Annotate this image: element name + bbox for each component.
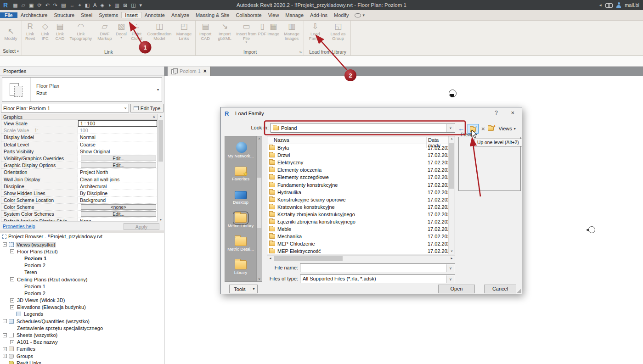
ribbon-button-insert-from-file[interactable]: ▭Insert from File▾ — [235, 22, 257, 44]
search-help-icon[interactable] — [605, 3, 613, 7]
collapse-icon[interactable]: − — [10, 249, 14, 253]
look-in-combo[interactable]: Poland ∨ — [271, 123, 455, 133]
tree-item-views-wszystko[interactable]: −Views (wszystko) — [0, 241, 164, 248]
scroll-down-icon[interactable]: ▾ — [158, 218, 164, 222]
tree-item-poziom-2[interactable]: Poziom 2 — [0, 290, 164, 297]
modify-button[interactable]: ↖ Modify — [0, 21, 22, 47]
chevron-down-icon[interactable]: ∨ — [446, 264, 454, 272]
tree-item-elevations-elewacja-budynku[interactable]: +Elevations (Elewacja budynku) — [0, 304, 164, 311]
folder-row-mechanika[interactable]: Mechanika17.02.2020 — [267, 233, 448, 240]
ribbon-button-link-ifc[interactable]: ◇Link IFC — [38, 22, 52, 41]
file-name-combo[interactable]: ∨ — [300, 263, 455, 272]
tree-item-sheets-wszystko[interactable]: −Sheets (wszystko) — [0, 331, 164, 338]
scroll-up-icon[interactable]: ∧ — [449, 137, 455, 141]
ribbon-button-link-cad[interactable]: ▤Link CAD — [52, 22, 68, 41]
panel-overflow-icon[interactable]: » — [299, 50, 302, 55]
scrollbar-thumb[interactable] — [274, 256, 343, 261]
property-value[interactable]: By Discipline — [78, 190, 157, 196]
scroll-up-icon[interactable]: ∧ — [257, 137, 262, 140]
property-edit-button[interactable]: Edit... — [81, 162, 156, 168]
ribbon-button-decal[interactable]: ▧Decal▾ — [115, 22, 127, 39]
ribbon-tab-structure[interactable]: Structure — [51, 12, 78, 18]
file-name-input[interactable] — [300, 264, 455, 272]
tree-item-a101-bez-nazwy[interactable]: +A101 - Bez nazwy — [0, 339, 164, 346]
scroll-up-icon[interactable]: ▴ — [158, 114, 164, 118]
property-value[interactable]: Show Original — [78, 148, 157, 155]
select-dropdown[interactable]: Select ▾ — [0, 47, 22, 55]
level-marker[interactable] — [449, 90, 457, 97]
scrollbar-thumb[interactable] — [449, 143, 454, 189]
tree-item-3d-views-widok-3d[interactable]: +3D Views (Widok 3D) — [0, 297, 164, 304]
default-3d-view-icon[interactable]: ◈ — [99, 0, 105, 10]
property-value[interactable]: None — [78, 218, 157, 222]
view-tab-poziom-1[interactable]: Poziom 1 × — [168, 67, 211, 76]
type-selector[interactable]: Floor PlanRzut ▾ — [2, 77, 162, 102]
ribbon-button-point-cloud[interactable]: ∴Point Cloud — [127, 22, 146, 41]
folder-row-bryła[interactable]: Bryła17.02.2020 — [267, 144, 448, 151]
redo-icon[interactable]: ↷ — [52, 0, 59, 10]
customize-qat-icon[interactable]: ▾ — [138, 0, 144, 10]
account-icon[interactable] — [616, 2, 621, 8]
sync-icon[interactable]: ⟳ — [36, 0, 43, 10]
ribbon-tab-manage[interactable]: Manage — [282, 12, 307, 18]
ribbon-button-manage-links[interactable]: ◰Manage Links — [173, 22, 195, 41]
tree-item-poziom-1[interactable]: Poziom 1 — [0, 283, 164, 290]
properties-scrollbar[interactable]: ▴ ▾ — [158, 114, 164, 222]
tree-item-families[interactable]: +Families — [0, 346, 164, 353]
places-scrollbar[interactable]: ∧ ∨ — [256, 136, 262, 281]
undo-icon[interactable]: ↶ — [44, 0, 51, 10]
scroll-right-icon[interactable]: ▸ — [449, 256, 455, 261]
ribbon-tab-massing-site[interactable]: Massing & Site — [192, 12, 232, 18]
open-button[interactable]: Open — [438, 285, 475, 293]
property-value[interactable]: Background — [78, 197, 157, 203]
back-icon[interactable]: ← — [458, 124, 465, 133]
expand-icon[interactable]: + — [10, 305, 14, 309]
ribbon-tab-view[interactable]: View — [265, 12, 282, 18]
folder-row-łączniki-zbrojenia-konstrukcyjnego[interactable]: Łączniki zbrojenia konstrukcyjnego17.02.… — [267, 218, 448, 225]
properties-help-link[interactable]: Properties help — [3, 224, 35, 229]
place-my-network[interactable]: My Network... — [225, 138, 256, 162]
folder-row-kształty-zbrojenia-konstrukcyjnego[interactable]: Kształty zbrojenia konstrukcyjnego17.02.… — [267, 211, 448, 218]
ribbon-tab-architecture[interactable]: Architecture — [17, 12, 51, 18]
property-value[interactable]: Clean all wall joins — [78, 176, 157, 183]
property-value-editing[interactable]: 1 : 100 — [78, 120, 157, 127]
ribbon-button-coordination-model[interactable]: ◫Coordination Model — [146, 22, 173, 41]
folder-row-meble[interactable]: Meble17.02.2020 — [267, 225, 448, 233]
view-instance-combo[interactable]: Floor Plan: Poziom 1 ∨ — [1, 104, 129, 112]
chevron-down-icon[interactable]: ∨ — [446, 275, 454, 283]
section-icon[interactable]: ◑ — [107, 0, 113, 10]
expand-icon[interactable]: + — [3, 354, 7, 358]
property-edit-button[interactable]: Edit... — [81, 211, 156, 217]
tools-dropdown[interactable]: Tools ▾ — [229, 285, 258, 293]
property-value[interactable]: Coarse — [78, 141, 157, 148]
folder-row-konstrukcyjne-ściany-oporowe[interactable]: Konstrukcyjne ściany oporowe17.02.2020 — [267, 196, 448, 203]
ribbon-tab-analyze[interactable]: Analyze — [168, 12, 192, 18]
expand-icon[interactable]: + — [10, 340, 14, 344]
tree-item-poziom-1[interactable]: Poziom 1 — [0, 255, 164, 262]
place-desktop[interactable]: Desktop — [225, 185, 256, 208]
ribbon-tab-modify[interactable]: Modify — [331, 12, 352, 18]
ribbon-button-manage-images[interactable]: ▥Manage Images — [280, 22, 304, 41]
folder-row-elementy-szczegółowe[interactable]: Elementy szczegółowe17.02.2020 — [267, 174, 448, 181]
dialog-close-button[interactable]: × — [511, 109, 514, 116]
resize-grip[interactable] — [517, 289, 521, 293]
property-value[interactable]: Normal — [78, 134, 157, 140]
folder-row-drzwi[interactable]: Drzwi17.02.2020 — [267, 151, 448, 159]
thin-lines-icon[interactable]: ▥ — [113, 0, 121, 10]
ribbon-tab-add-ins[interactable]: Add-Ins — [307, 12, 331, 18]
folder-row-kratownice-konstrukcyjne[interactable]: Kratownice konstrukcyjne17.02.2020 — [267, 203, 448, 211]
property-value[interactable]: 100 — [78, 127, 157, 134]
expand-icon[interactable]: + — [3, 347, 7, 351]
scrollbar-thumb[interactable] — [257, 178, 261, 228]
folder-row-mep-elektryczność[interactable]: MEP Elektryczność17.02.2020 — [267, 247, 448, 255]
new-folder-button[interactable]: ✦ — [488, 125, 496, 132]
column-header-name[interactable]: Nazwa — [274, 137, 289, 143]
dialog-help-button[interactable]: ? — [495, 110, 498, 116]
tree-item-ceiling-plans-rzut-odwrócony[interactable]: −Ceiling Plans (Rzut odwrócony) — [0, 276, 164, 283]
close-hidden-windows-icon[interactable]: ⊠ — [122, 0, 129, 10]
collapse-icon[interactable]: − — [10, 277, 14, 281]
chevron-down-icon[interactable]: ∨ — [446, 124, 454, 132]
ribbon-button-import-cad[interactable]: ▤Import CAD — [197, 22, 214, 41]
place-metric-library[interactable]: Metric Library — [225, 208, 256, 232]
revit-logo-icon[interactable]: R — [2, 0, 11, 10]
